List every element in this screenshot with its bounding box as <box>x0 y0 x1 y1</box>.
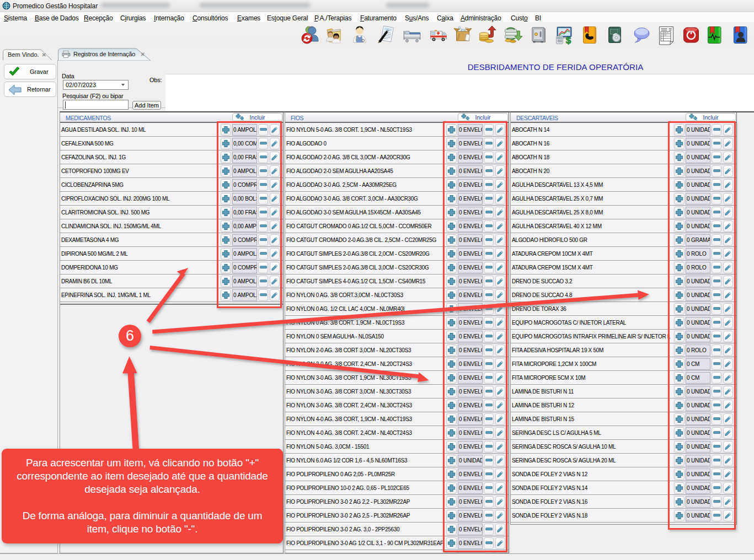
svg-text:$: $ <box>566 35 571 45</box>
